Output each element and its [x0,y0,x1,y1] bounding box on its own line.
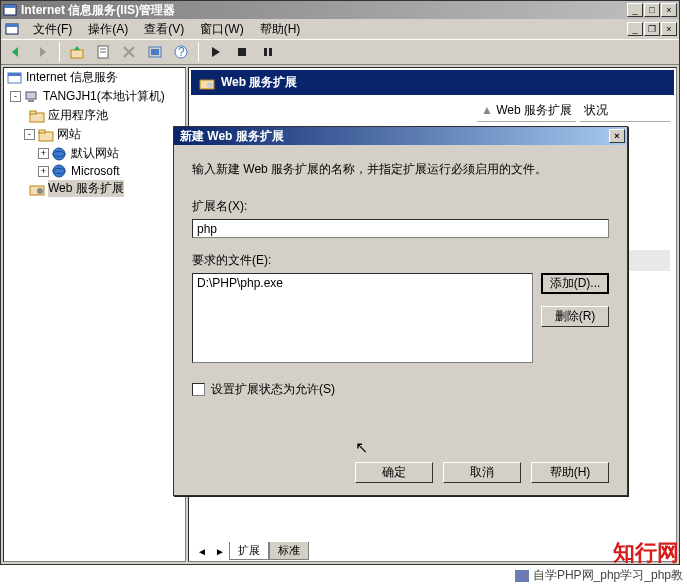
stop-button[interactable] [231,41,253,63]
globe-icon [52,164,68,178]
pause-button[interactable] [257,41,279,63]
allow-checkbox[interactable] [192,383,205,396]
file-path-item[interactable]: D:\PHP\php.exe [197,276,528,290]
dialog-title-bar[interactable]: 新建 Web 服务扩展 × [174,127,627,145]
add-button[interactable]: 添加(D)... [541,273,609,294]
dialog-close-button[interactable]: × [609,129,625,143]
ext-name-label: 扩展名(X): [192,198,609,215]
files-label: 要求的文件(E): [192,252,609,269]
up-button[interactable] [66,41,88,63]
folder-icon [29,109,45,123]
svg-point-23 [53,148,65,160]
toolbar: ? [1,39,679,65]
ok-button[interactable]: 确定 [355,462,433,483]
menu-file[interactable]: 文件(F) [25,19,80,40]
svg-rect-20 [30,111,36,114]
forward-button[interactable] [31,41,53,63]
allow-checkbox-label: 设置扩展状态为允许(S) [211,381,335,398]
app-small-icon [5,22,19,36]
iis-icon [7,71,23,85]
detail-header: Web 服务扩展 [191,70,674,95]
tree-website[interactable]: - 网站 [4,125,185,144]
mdi-minimize-button[interactable]: _ [627,22,643,36]
title-bar: Internet 信息服务(IIS)管理器 _ □ × [1,1,679,19]
new-web-ext-dialog: 新建 Web 服务扩展 × 输入新建 Web 服务扩展的名称，并指定扩展运行必须… [173,126,628,496]
window-title: Internet 信息服务(IIS)管理器 [21,2,627,19]
back-button[interactable] [5,41,27,63]
tree-defaultsite[interactable]: + 默认网站 [4,144,185,163]
svg-rect-18 [28,100,34,102]
detail-title: Web 服务扩展 [221,74,297,91]
collapse-icon[interactable]: - [24,129,35,140]
computer-icon [24,90,40,104]
svg-rect-17 [26,92,36,99]
svg-point-30 [207,82,213,88]
ext-name-input[interactable] [192,219,609,238]
help-icon[interactable]: ? [170,41,192,63]
tree-apppool[interactable]: 应用程序池 [4,106,185,125]
refresh-button[interactable] [144,41,166,63]
watermark-credit: 自学PHP网_php学习_php教 [515,567,683,584]
help-button[interactable]: 帮助(H) [531,462,609,483]
cancel-button[interactable]: 取消 [443,462,521,483]
svg-rect-14 [269,48,272,56]
properties-button[interactable] [92,41,114,63]
files-listbox[interactable]: D:\PHP\php.exe [192,273,533,363]
remove-button[interactable]: 删除(R) [541,306,609,327]
expand-icon[interactable]: + [38,166,49,177]
play-button[interactable] [205,41,227,63]
tree-root[interactable]: Internet 信息服务 [4,68,185,87]
globe-icon [52,147,68,161]
column-header-status[interactable]: 状况 [580,100,670,122]
svg-rect-3 [6,24,18,27]
svg-rect-13 [264,48,267,56]
app-icon [3,3,17,17]
mdi-close-button[interactable]: × [661,22,677,36]
expand-icon[interactable]: + [38,148,49,159]
svg-rect-4 [71,50,83,58]
folder-icon [38,128,54,142]
dialog-title: 新建 Web 服务扩展 [176,128,609,145]
menu-action[interactable]: 操作(A) [80,19,136,40]
tree-microsoft[interactable]: + Microsoft [4,163,185,179]
menu-help[interactable]: 帮助(H) [252,19,309,40]
tree-pane[interactable]: Internet 信息服务 - TANGJH1(本地计算机) 应用程序池 - 网… [3,67,186,562]
tree-webext[interactable]: Web 服务扩展 [4,179,185,198]
svg-point-28 [37,188,43,194]
tab-next-icon[interactable]: ► [211,546,229,557]
tab-standard[interactable]: 标准 [269,542,309,560]
svg-text:?: ? [178,45,185,59]
mdi-restore-button[interactable]: ❐ [644,22,660,36]
close-button[interactable]: × [661,3,677,17]
dialog-description: 输入新建 Web 服务扩展的名称，并指定扩展运行必须启用的文件。 [192,161,609,178]
svg-point-25 [53,165,65,177]
menu-bar: 文件(F) 操作(A) 查看(V) 窗口(W) 帮助(H) _ ❐ × [1,19,679,39]
folder-gear-icon [199,76,215,90]
svg-rect-9 [151,49,159,55]
menu-view[interactable]: 查看(V) [136,19,192,40]
watermark-brand: 知行网 [613,538,679,568]
bottom-tabs: ◄ ► 扩展 标准 [193,542,309,560]
svg-rect-12 [238,48,246,56]
minimize-button[interactable]: _ [627,3,643,17]
collapse-icon[interactable]: - [10,91,21,102]
tab-prev-icon[interactable]: ◄ [193,546,211,557]
folder-gear-icon [29,182,45,196]
svg-rect-22 [39,130,45,133]
menu-window[interactable]: 窗口(W) [192,19,251,40]
tab-extended[interactable]: 扩展 [229,542,269,560]
delete-button[interactable] [118,41,140,63]
tree-host[interactable]: - TANGJH1(本地计算机) [4,87,185,106]
svg-rect-16 [8,73,21,76]
column-header-ext[interactable]: ▲ Web 服务扩展 [477,100,576,122]
maximize-button[interactable]: □ [644,3,660,17]
svg-rect-1 [4,5,16,8]
php-icon [515,570,529,582]
